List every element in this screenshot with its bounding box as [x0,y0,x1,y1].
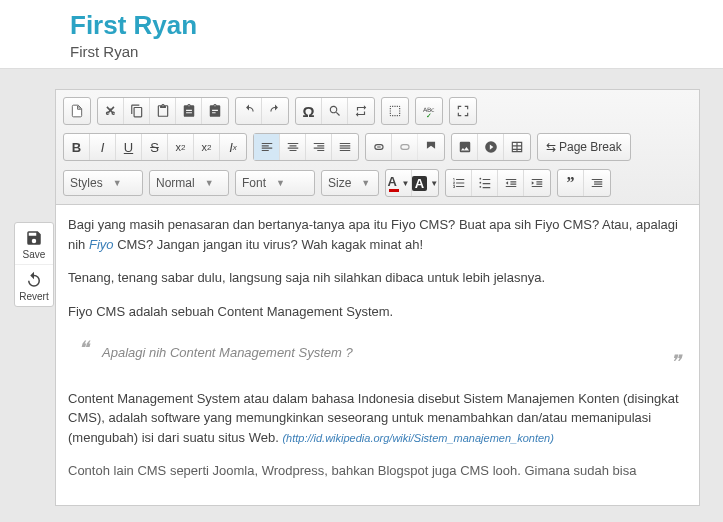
underline-button[interactable]: U [116,134,142,160]
link-button[interactable] [366,134,392,160]
unlink-button[interactable] [392,134,418,160]
textcolor-button[interactable]: A▼ [386,170,412,196]
align-right-button[interactable] [306,134,332,160]
source-button[interactable] [64,98,90,124]
bulletlist-button[interactable] [472,170,498,196]
paragraph: Content Management System atau dalam bah… [68,389,687,448]
find-button[interactable] [322,98,348,124]
div-button[interactable] [584,170,610,196]
replace-button[interactable] [348,98,374,124]
pagebreak-button[interactable]: ⇆Page Break [538,134,630,160]
styles-combo[interactable]: Styles▼ [63,170,143,196]
specialchar-button[interactable]: Ω [296,98,322,124]
image-button[interactable] [452,134,478,160]
blockquote: ❝ Apalagi nih Content Management System … [82,335,687,371]
anchor-button[interactable] [418,134,444,160]
italic-button[interactable]: I [90,134,116,160]
paste-word-button[interactable] [202,98,228,124]
copy-button[interactable] [124,98,150,124]
bold-button[interactable]: B [64,134,90,160]
side-panel: Save Revert [14,222,54,307]
flash-button[interactable] [478,134,504,160]
paragraph: Bagi yang masih penasaran dan bertanya-t… [68,215,687,254]
redo-button[interactable] [262,98,288,124]
subscript-button[interactable]: x2 [168,134,194,160]
superscript-button[interactable]: x2 [194,134,220,160]
selectall-button[interactable] [382,98,408,124]
align-center-button[interactable] [280,134,306,160]
revert-button[interactable]: Revert [15,265,53,306]
indent-button[interactable] [524,170,550,196]
format-combo[interactable]: Normal▼ [149,170,229,196]
paragraph: Contoh lain CMS seperti Joomla, Wrodpres… [68,461,687,481]
link-text: Fiyo [89,237,114,252]
paste-button[interactable] [150,98,176,124]
editor: Ω ᴬᴮᶜ✓ B I U S x2 x2 Ix [55,89,700,506]
paragraph: Tenang, tenang sabar dulu, langsung saja… [68,268,687,288]
size-combo[interactable]: Size▼ [321,170,379,196]
cut-button[interactable] [98,98,124,124]
bgcolor-button[interactable]: A▼ [412,170,438,196]
numberedlist-button[interactable] [446,170,472,196]
undo-button[interactable] [236,98,262,124]
link-text: (http://id.wikipedia.org/wiki/Sistem_man… [282,432,553,444]
spellcheck-button[interactable]: ᴬᴮᶜ✓ [416,98,442,124]
paste-text-button[interactable] [176,98,202,124]
paragraph: Fiyo CMS adalah sebuah Content Managemen… [68,302,687,322]
save-button[interactable]: Save [15,223,53,265]
align-justify-button[interactable] [332,134,358,160]
blockquote-button[interactable]: ” [558,170,584,196]
toolbar: Ω ᴬᴮᶜ✓ B I U S x2 x2 Ix [56,90,699,205]
font-combo[interactable]: Font▼ [235,170,315,196]
strike-button[interactable]: S [142,134,168,160]
outdent-button[interactable] [498,170,524,196]
site-title: First Ryan [70,10,703,41]
removeformat-button[interactable]: Ix [220,134,246,160]
table-button[interactable] [504,134,530,160]
site-subtitle: First Ryan [70,43,703,60]
quote-close-icon: ❞ [670,347,681,377]
maximize-button[interactable] [450,98,476,124]
editor-content[interactable]: Bagi yang masih penasaran dan bertanya-t… [56,205,699,505]
quote-open-icon: ❝ [78,333,89,363]
align-left-button[interactable] [254,134,280,160]
